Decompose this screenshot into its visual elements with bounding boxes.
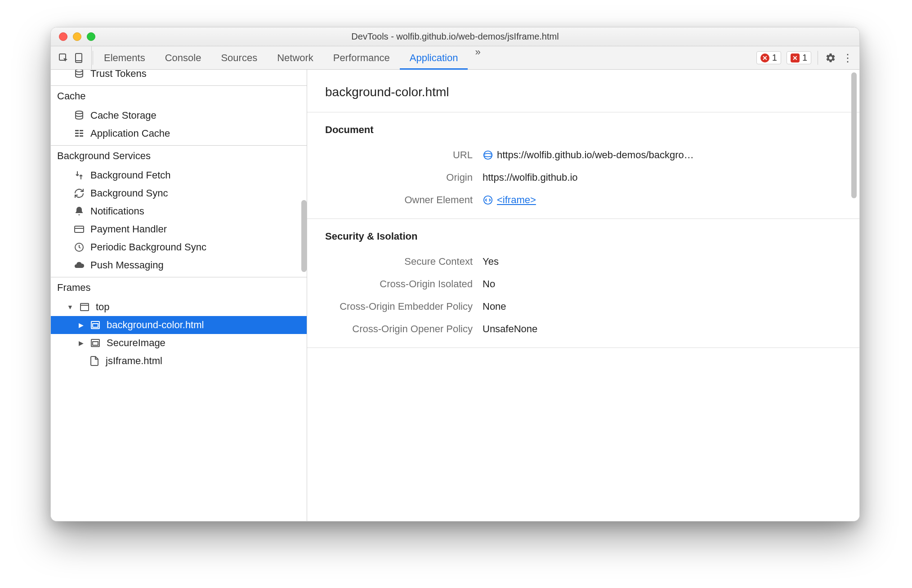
sidebar-section-frames: Frames: [51, 277, 307, 298]
main-panel: background-color.html Document URL https…: [307, 70, 859, 521]
window-icon: [79, 301, 90, 313]
clock-icon: [73, 241, 85, 253]
window-close-button[interactable]: [59, 32, 67, 41]
sidebar-item-periodic-background-sync[interactable]: Periodic Background Sync: [51, 238, 307, 256]
row-origin: Origin https://wolfib.github.io: [307, 166, 859, 189]
file-icon: [89, 355, 100, 367]
svg-point-4: [76, 111, 83, 114]
tab-application[interactable]: Application: [400, 46, 468, 69]
origin-value: https://wolfib.github.io: [483, 172, 841, 183]
device-toggle-icon[interactable]: [72, 52, 85, 64]
inspect-element-icon[interactable]: [57, 52, 70, 64]
coop-label: Cross-Origin Opener Policy: [325, 323, 483, 335]
url-text: https://wolfib.github.io/web-demos/backg…: [497, 149, 694, 161]
sidebar-scrollbar[interactable]: [301, 200, 307, 272]
sidebar-item-push-messaging[interactable]: Push Messaging: [51, 256, 307, 274]
owner-link[interactable]: <iframe>: [497, 194, 536, 206]
toolbar: Elements Console Sources Network Perform…: [51, 46, 859, 70]
sidebar-item-frame-background-color[interactable]: ▶ background-color.html: [51, 316, 307, 334]
sidebar-item-notifications[interactable]: Notifications: [51, 202, 307, 220]
sidebar-item-label: Background Sync: [90, 187, 168, 199]
row-coop: Cross-Origin Opener Policy UnsafeNone: [307, 318, 859, 340]
sidebar-item-background-fetch[interactable]: Background Fetch: [51, 166, 307, 184]
chevron-right-icon[interactable]: ▶: [78, 339, 84, 347]
svg-rect-14: [80, 303, 89, 311]
issue-badge[interactable]: ✕ 1: [787, 51, 811, 64]
chevron-down-icon[interactable]: ▼: [67, 303, 73, 311]
sidebar-item-background-sync[interactable]: Background Sync: [51, 184, 307, 202]
sidebar-item-application-cache[interactable]: Application Cache: [51, 125, 307, 143]
svg-rect-17: [93, 324, 98, 327]
issue-icon: ✕: [791, 53, 800, 62]
database-icon: [73, 70, 85, 80]
tabs-overflow-button[interactable]: »: [468, 46, 487, 69]
window-title: DevTools - wolfib.github.io/web-demos/js…: [51, 31, 859, 42]
row-secure-context: Secure Context Yes: [307, 250, 859, 273]
url-label: URL: [325, 149, 483, 161]
sidebar-item-label: background-color.html: [107, 319, 204, 331]
sync-icon: [73, 187, 85, 199]
error-badge[interactable]: ✕ 1: [756, 51, 781, 64]
sidebar-item-payment-handler[interactable]: Payment Handler: [51, 220, 307, 238]
grid-icon: [73, 128, 85, 139]
sidebar-section-cache: Cache: [51, 85, 307, 107]
gear-icon[interactable]: [824, 52, 837, 64]
secure-context-value: Yes: [483, 256, 841, 267]
sidebar-item-label: Periodic Background Sync: [90, 241, 206, 253]
svg-point-3: [76, 70, 83, 72]
chevron-right-icon[interactable]: ▶: [78, 321, 84, 329]
tab-console[interactable]: Console: [155, 46, 211, 69]
bell-icon: [73, 205, 85, 217]
sidebar-item-frame-secureimage[interactable]: ▶ SecureImage: [51, 334, 307, 352]
sidebar-item-label: jsIframe.html: [106, 355, 162, 367]
error-count: 1: [772, 53, 777, 63]
owner-value: <iframe>: [483, 194, 841, 206]
divider-2: [307, 347, 859, 348]
database-icon: [73, 110, 85, 121]
section-document: Document: [307, 112, 859, 144]
coep-value: None: [483, 301, 841, 312]
issue-count: 1: [802, 53, 807, 63]
svg-rect-10: [80, 135, 83, 137]
page-title: background-color.html: [307, 70, 859, 112]
svg-rect-9: [75, 135, 79, 137]
coep-label: Cross-Origin Embedder Policy: [325, 301, 483, 312]
error-icon: ✕: [760, 53, 769, 62]
url-value: https://wolfib.github.io/web-demos/backg…: [483, 149, 841, 161]
section-security: Security & Isolation: [307, 219, 859, 250]
sidebar-item-cache-storage[interactable]: Cache Storage: [51, 107, 307, 125]
sidebar-item-label: top: [96, 301, 110, 313]
kebab-menu-icon[interactable]: ⋮: [842, 52, 853, 64]
sidebar-item-trust-tokens[interactable]: Trust Tokens: [51, 70, 307, 83]
secure-context-label: Secure Context: [325, 256, 483, 267]
tab-elements[interactable]: Elements: [94, 46, 155, 69]
sidebar-item-label: Notifications: [90, 205, 144, 217]
origin-label: Origin: [325, 172, 483, 183]
coi-label: Cross-Origin Isolated: [325, 278, 483, 290]
window-fullscreen-button[interactable]: [87, 32, 95, 41]
tab-strip: Elements Console Sources Network Perform…: [94, 46, 468, 69]
sidebar-item-label: Application Cache: [90, 128, 170, 139]
row-url: URL https://wolfib.github.io/web-demos/b…: [307, 144, 859, 166]
tab-performance[interactable]: Performance: [323, 46, 400, 69]
tab-network[interactable]: Network: [267, 46, 323, 69]
svg-point-21: [484, 153, 492, 156]
sidebar-item-jsiframe[interactable]: jsIframe.html: [51, 352, 307, 370]
tab-sources[interactable]: Sources: [211, 46, 267, 69]
toolbar-left-group: [51, 46, 92, 69]
sidebar-item-top-frame[interactable]: ▼ top: [51, 298, 307, 316]
sidebar: Trust Tokens Cache Cache Storage Applica…: [51, 70, 307, 521]
svg-rect-8: [80, 133, 83, 134]
toolbar-separator-2: [818, 51, 818, 65]
cloud-icon: [73, 259, 85, 271]
devtools-window: DevTools - wolfib.github.io/web-demos/js…: [50, 27, 860, 521]
iframe-icon: [89, 337, 101, 349]
main-scrollbar[interactable]: [851, 72, 857, 198]
code-icon: [483, 195, 493, 205]
row-owner-element: Owner Element <iframe>: [307, 189, 859, 211]
window-minimize-button[interactable]: [73, 32, 81, 41]
credit-card-icon: [73, 223, 85, 235]
svg-rect-11: [75, 226, 84, 232]
svg-point-20: [484, 151, 492, 159]
row-cross-origin-isolated: Cross-Origin Isolated No: [307, 273, 859, 295]
